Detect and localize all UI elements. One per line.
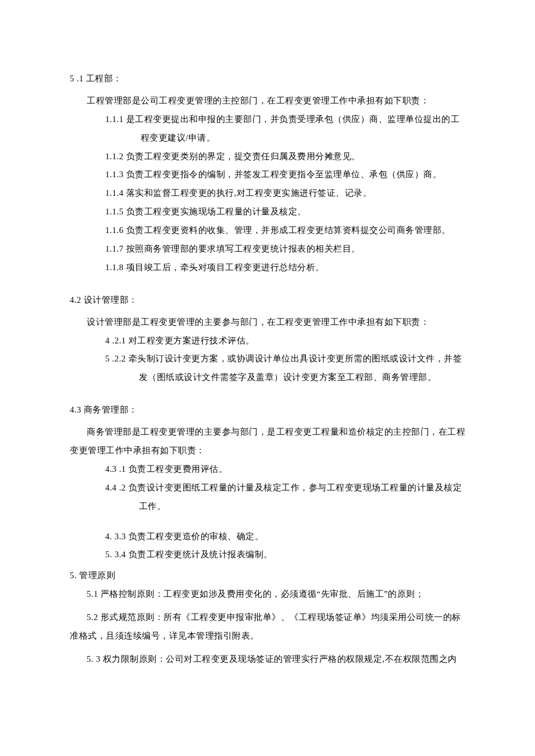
item-text: 负责工程变更类别的界定，提交责任归属及费用分摊意见。 bbox=[126, 152, 361, 161]
section-4-2-intro: 设计管理部是工程变更管理的主要参与部门，在工程变更管理工作中承担有如下职责： bbox=[70, 313, 465, 332]
item-num: 4.4 bbox=[105, 483, 119, 492]
item-num: 1.1.6 bbox=[105, 225, 126, 235]
list-item: 1.1.2 负责工程变更类别的界定，提交责任归属及费用分摊意见。 bbox=[105, 148, 465, 166]
item-num: 5. bbox=[105, 550, 115, 559]
item-num: 4 bbox=[105, 336, 112, 345]
section-5-num: 5. bbox=[70, 571, 77, 580]
item-num: 5 bbox=[105, 354, 112, 363]
list-item: 4.4 .2 负责设计变更图纸工程量的计量及核定工作，参与工程变更现场工程量的计… bbox=[105, 479, 465, 516]
list-item: 1.1.5 负责工程变更实施现场工程量的计量及核定。 bbox=[105, 203, 465, 221]
list-item: 4. 3.3 负责工程变更造价的审核、确定。 bbox=[105, 528, 465, 546]
section-4-2-list: 4 .2.1 对工程变更方案进行技术评估。 5 .2.2 牵头制订设计变更方案，… bbox=[70, 332, 465, 388]
section-5-heading: 5. 管理原则 bbox=[70, 567, 465, 585]
item-text: .2.2 牵头制订设计变更方案，或协调设计单位出具设计变更所需的图纸或设计文件，… bbox=[112, 354, 462, 382]
item-text: 严格控制原则：工程变更如涉及费用变化的，必须遵循“先审批、后施工”的原则； bbox=[101, 589, 424, 599]
item-text: .1 负责工程变更费用评估。 bbox=[119, 464, 228, 474]
item-text: 按照商务管理部的要求填写工程变更统计报表的相关栏目。 bbox=[126, 244, 361, 253]
list-item: 1.1.4 落实和监督工程变更的执行,对工程变更实施进行签证、记录。 bbox=[105, 184, 465, 203]
item-text: 3.4 负责工程变更统计及统计报表编制。 bbox=[115, 550, 273, 559]
list-item: 1.1.6 负责工程变更资料的收集、管理，并形成工程变更结算资料提交公司商务管理… bbox=[105, 221, 465, 240]
section-5-1-title: .1 工程部： bbox=[74, 74, 122, 83]
item-text: 是工程变更提出和申报的主要部门，并负责受理承包（供应）商、监理单位提出的工程变更… bbox=[126, 114, 460, 142]
list-item: 4.3 .1 负责工程变更费用评估。 bbox=[105, 460, 465, 479]
list-item: 1.1.8 项目竣工后，牵头对项目工程变更进行总结分析。 bbox=[105, 259, 465, 277]
section-5-1-list: 1.1.1 是工程变更提出和申报的主要部门，并负责受理承包（供应）商、监理单位提… bbox=[70, 110, 465, 277]
item-num: 1.1.7 bbox=[105, 244, 126, 253]
list-item: 1.1.3 负责工程变更指令的编制，并签发工程变更指令至监理单位、承包（供应）商… bbox=[105, 166, 465, 184]
item-num: 1.1.2 bbox=[105, 152, 126, 161]
item-num: 1.1.8 bbox=[105, 263, 126, 272]
section-4-3-title: 商务管理部： bbox=[81, 405, 138, 414]
list-item: 5 .2.2 牵头制订设计变更方案，或协调设计单位出具设计变更所需的图纸或设计文… bbox=[105, 350, 465, 387]
section-4-3-num: 4.3 bbox=[70, 405, 81, 414]
section-4-2-heading: 4.2 设计管理部： bbox=[70, 291, 465, 310]
section-4-3-list: 4.3 .1 负责工程变更费用评估。 4.4 .2 负责设计变更图纸工程量的计量… bbox=[70, 460, 465, 564]
item-text: 项目竣工后，牵头对项目工程变更进行总结分析。 bbox=[126, 263, 324, 272]
item-num: 5. bbox=[87, 654, 96, 664]
section-4-3-heading: 4.3 商务管理部： bbox=[70, 401, 465, 420]
item-num: 4.3 bbox=[105, 464, 119, 474]
section-5-1-heading: 5 .1 工程部： bbox=[70, 70, 465, 88]
list-item: 1.1.7 按照商务管理部的要求填写工程变更统计报表的相关栏目。 bbox=[105, 240, 465, 259]
section-4-2-title: 设计管理部： bbox=[81, 295, 138, 304]
section-5-title: 管理原则 bbox=[77, 571, 115, 580]
item-text: 3 权力限制原则：公司对工程变更及现场签证的管理实行严格的权限规定,不在权限范围… bbox=[96, 654, 457, 664]
item-num: 1.1.3 bbox=[105, 170, 126, 179]
section-4-3-intro: 商务管理部是工程变更管理的主要参与部门，是工程变更工程量和造价核定的主控部门，在… bbox=[70, 423, 465, 460]
item-num: 1.1.1 bbox=[105, 114, 126, 124]
item-text: .2 负责设计变更图纸工程量的计量及核定工作，参与工程变更现场工程量的计量及核定… bbox=[119, 483, 462, 511]
list-item: 5. 3.4 负责工程变更统计及统计报表编制。 bbox=[105, 546, 465, 564]
item-num: 4. bbox=[105, 532, 115, 541]
list-item-wrap: 5.2 形式规范原则：所有《工程变更申报审批单》、《工程现场签证单》均须采用公司… bbox=[70, 608, 465, 646]
item-num: 5.2 bbox=[70, 612, 101, 622]
item-text: 形式规范原则：所有《工程变更申报审批单》、《工程现场签证单》均须采用公司统一的标… bbox=[70, 612, 461, 640]
item-text: 负责工程变更资料的收集、管理，并形成工程变更结算资料提交公司商务管理部。 bbox=[126, 225, 451, 235]
section-5-1-num: 5 bbox=[70, 74, 74, 83]
item-text: .2.1 对工程变更方案进行技术评估。 bbox=[112, 336, 255, 345]
list-item: 4 .2.1 对工程变更方案进行技术评估。 bbox=[105, 332, 465, 350]
item-num: 5.1 bbox=[87, 589, 101, 599]
section-4-2-num: 4.2 bbox=[70, 295, 81, 304]
list-item: 5. 3 权力限制原则：公司对工程变更及现场签证的管理实行严格的权限规定,不在权… bbox=[70, 650, 465, 669]
document-body: 5 .1 工程部： 工程管理部是公司工程变更管理的主控部门，在工程变更管理工作中… bbox=[70, 70, 465, 669]
list-item: 1.1.1 是工程变更提出和申报的主要部门，并负责受理承包（供应）商、监理单位提… bbox=[105, 110, 465, 148]
item-text: 落实和监督工程变更的执行,对工程变更实施进行签证、记录。 bbox=[126, 188, 372, 198]
list-item: 5.1 严格控制原则：工程变更如涉及费用变化的，必须遵循“先审批、后施工”的原则… bbox=[70, 585, 465, 604]
item-text: 3.3 负责工程变更造价的审核、确定。 bbox=[115, 532, 263, 541]
item-text: 负责工程变更指令的编制，并签发工程变更指令至监理单位、承包（供应）商。 bbox=[126, 170, 442, 179]
item-num: 1.1.4 bbox=[105, 188, 126, 198]
item-num: 1.1.5 bbox=[105, 207, 126, 216]
section-5-1-intro: 工程管理部是公司工程变更管理的主控部门，在工程变更管理工作中承担有如下职责： bbox=[70, 92, 465, 110]
item-text: 负责工程变更实施现场工程量的计量及核定。 bbox=[126, 207, 306, 216]
